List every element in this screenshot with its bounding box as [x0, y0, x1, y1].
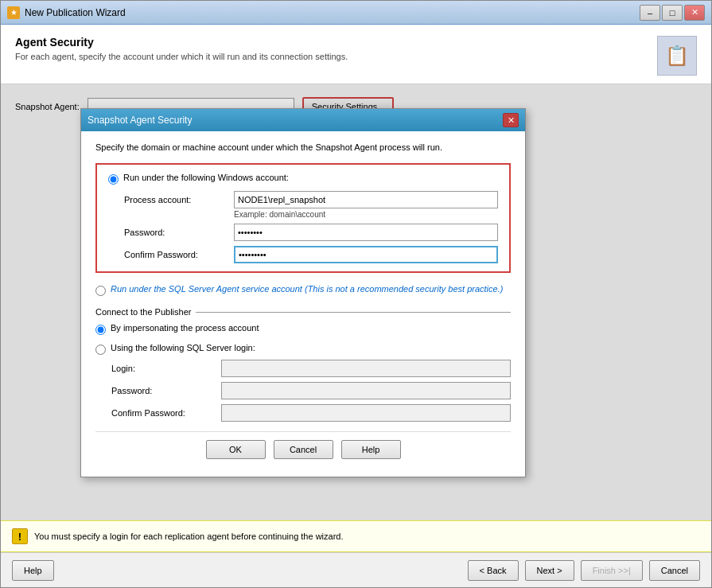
maximize-button[interactable]: □ — [662, 5, 683, 21]
login-confirm-label: Confirm Password: — [111, 404, 215, 422]
window-title: New Publication Wizard — [25, 7, 126, 18]
snapshot-agent-security-dialog: Snapshot Agent Security ✕ Specify the do… — [80, 108, 526, 477]
dialog-body: Specify the domain or machine account un… — [81, 131, 525, 477]
login-fields-grid: Login: Password: Confirm Password: — [111, 360, 511, 422]
impersonate-label: By impersonating the process account — [111, 323, 259, 333]
connect-publisher-section: Connect to the Publisher By impersonatin… — [95, 307, 511, 422]
back-button[interactable]: < Back — [468, 560, 519, 581]
dialog-title-bar: Snapshot Agent Security ✕ — [81, 109, 525, 131]
cancel-bottom-button[interactable]: Cancel — [649, 560, 700, 581]
title-bar: ★ New Publication Wizard – □ ✕ — [1, 1, 711, 25]
title-bar-left: ★ New Publication Wizard — [7, 6, 126, 19]
next-button[interactable]: Next > — [525, 560, 574, 581]
header-icon: 📋 — [657, 36, 697, 76]
confirm-password-input[interactable] — [234, 246, 498, 263]
dialog-close-button[interactable]: ✕ — [503, 113, 519, 127]
app-icon: ★ — [7, 6, 20, 19]
app-icon-symbol: ★ — [10, 8, 18, 17]
login-password-input[interactable] — [221, 382, 511, 399]
help-bottom-button[interactable]: Help — [12, 560, 54, 581]
sql-login-radio[interactable] — [95, 345, 106, 355]
warning-icon: ! — [12, 528, 28, 544]
header-text: Agent Security For each agent, specify t… — [15, 36, 649, 61]
modal-overlay: Snapshot Agent Security ✕ Specify the do… — [1, 84, 711, 520]
warning-text: You must specify a login for each replic… — [34, 532, 344, 541]
sql-login-label: Using the following SQL Server login: — [111, 343, 255, 352]
login-password-label: Password: — [111, 382, 215, 399]
password-label: Password: — [124, 224, 228, 241]
sql-agent-radio[interactable] — [95, 286, 106, 296]
connect-section-header: Connect to the Publisher — [95, 307, 511, 317]
main-window: ★ New Publication Wizard – □ ✕ Agent Sec… — [0, 0, 712, 588]
login-input[interactable] — [221, 360, 511, 377]
windows-account-label: Run under the following Windows account: — [123, 173, 289, 182]
password-input[interactable] — [234, 224, 498, 241]
page-subtitle: For each agent, specify the account unde… — [15, 52, 649, 61]
login-confirm-input[interactable] — [221, 404, 511, 422]
content-area: Agent Security For each agent, specify t… — [1, 25, 711, 587]
windows-account-section: Run under the following Windows account:… — [95, 163, 511, 273]
ok-button[interactable]: OK — [206, 440, 266, 459]
process-account-hint: Example: domain\account — [234, 210, 498, 219]
impersonate-radio[interactable] — [95, 325, 106, 335]
window-close-button[interactable]: ✕ — [684, 5, 705, 21]
connect-radio-group: By impersonating the process account Usi… — [95, 323, 511, 355]
process-account-input[interactable] — [234, 191, 498, 208]
help-button[interactable]: Help — [341, 440, 401, 459]
sql-agent-label: Run under the SQL Server Agent service a… — [111, 284, 503, 294]
process-account-label: Process account: — [124, 191, 228, 208]
windows-account-radio[interactable] — [108, 174, 119, 185]
confirm-password-label: Confirm Password: — [124, 246, 228, 263]
dialog-title: Snapshot Agent Security — [88, 115, 192, 126]
header-section: Agent Security For each agent, specify t… — [1, 25, 711, 84]
finish-button[interactable]: Finish >>| — [581, 560, 643, 581]
login-label: Login: — [111, 360, 215, 377]
title-bar-buttons: – □ ✕ — [640, 5, 705, 21]
process-account-grid: Process account: Example: domain\account… — [124, 191, 498, 263]
warning-bar: ! You must specify a login for each repl… — [1, 520, 711, 552]
cancel-button[interactable]: Cancel — [274, 440, 333, 459]
main-body: Snapshot Agent: Security Settings... Sna… — [1, 84, 711, 520]
dialog-description: Specify the domain or machine account un… — [95, 142, 511, 152]
dialog-button-bar: OK Cancel Help — [95, 431, 511, 465]
page-title: Agent Security — [15, 36, 649, 49]
minimize-button[interactable]: – — [640, 5, 660, 21]
bottom-bar: Help < Back Next > Finish >>| Cancel — [1, 552, 711, 587]
